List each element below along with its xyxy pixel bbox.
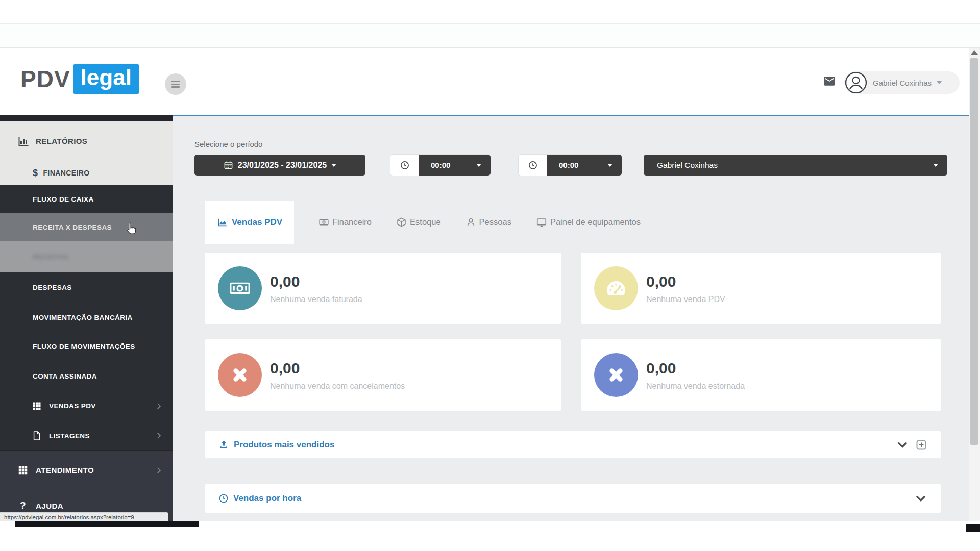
kpi-card-estornada: 0,00 Nenhuma venda estornada <box>581 339 941 411</box>
sidebar-item-receita-x-despesas[interactable]: RECEITA X DESPESAS <box>0 213 173 241</box>
grid-icon <box>32 401 42 411</box>
hamburger-icon <box>172 81 180 82</box>
sidebar-item-label: MOVIMENTAÇÃO BANCÁRIA <box>33 314 133 321</box>
chevron-down-icon[interactable] <box>914 492 927 505</box>
browser-toolbar: pdvlegal.com.br G <box>0 23 980 48</box>
screenshot-artifact <box>15 521 199 527</box>
sidebar-item-label: RECEITAS <box>33 253 68 261</box>
date-range-select[interactable]: 23/01/2025 - 23/01/2025 <box>194 155 365 176</box>
tab-estoque[interactable]: Estoque <box>396 217 441 228</box>
time-start-value: 00:00 <box>431 161 450 169</box>
mouse-cursor-hand <box>124 222 137 236</box>
chevron-down-icon <box>476 164 481 167</box>
clock-icon <box>390 155 419 176</box>
sidebar-item-receitas-faded[interactable]: RECEITAS <box>0 241 173 272</box>
user-menu[interactable]: Gabriel Coxinhas <box>844 71 960 94</box>
tab-label: Estoque <box>410 217 441 227</box>
calendar-icon <box>224 160 233 170</box>
kpi-card-cancelamentos: 0,00 Nenhuma venda com cancelamentos <box>205 339 561 411</box>
kpi-value: 0,00 <box>270 273 362 290</box>
upload-icon <box>218 439 229 450</box>
scroll-up-icon[interactable] <box>971 50 978 55</box>
main-content: Selecione o período 23/01/2025 - 23/01/2… <box>173 116 969 521</box>
sidebar-item-atendimento[interactable]: ATENDIMENTO <box>0 450 173 489</box>
pdv-legal-logo: PDV legal <box>20 64 139 94</box>
sidebar-item-label: RELATÓRIOS <box>36 137 87 145</box>
kpi-value: 0,00 <box>270 360 405 377</box>
tab-vendas-pdv[interactable]: Vendas PDV <box>205 201 294 244</box>
person-icon <box>465 217 476 228</box>
dollar-icon: $ <box>33 168 38 179</box>
screenshot-artifact <box>966 524 980 532</box>
kpi-cards: 0,00 Nenhuma venda faturada 0,00 Nenhuma… <box>205 253 941 411</box>
chevron-right-icon <box>154 431 163 440</box>
add-icon[interactable] <box>915 439 927 451</box>
scrollbar-thumb[interactable] <box>970 58 978 445</box>
grid-icon <box>17 465 29 476</box>
tab-financeiro[interactable]: Financeiro <box>318 217 372 228</box>
kpi-caption: Nenhuma venda faturada <box>270 295 362 304</box>
sidebar-item-conta-assinada[interactable]: CONTA ASSINADA <box>0 361 173 391</box>
clock-icon <box>519 155 547 176</box>
time-end-select[interactable]: 00:00 <box>519 155 622 176</box>
sidebar-item-despesas[interactable]: DESPESAS <box>0 272 173 303</box>
chevron-down-icon <box>331 164 336 167</box>
chevron-down-icon[interactable] <box>896 438 909 452</box>
kpi-caption: Nenhuma venda PDV <box>646 295 725 304</box>
sidebar-item-vendas-pdv[interactable]: VENDAS PDV <box>0 391 173 421</box>
sidebar-item-label: AJUDA <box>36 502 63 510</box>
sidebar-item-fluxo-de-movimentacoes[interactable]: FLUXO DE MOVIMENTAÇÕES <box>0 332 173 361</box>
chevron-down-icon <box>607 164 612 167</box>
date-range-value: 23/01/2025 - 23/01/2025 <box>238 161 327 170</box>
user-name: Gabriel Coxinhas <box>873 79 932 87</box>
page-scrollbar[interactable] <box>969 48 980 521</box>
chevron-right-icon <box>154 402 163 411</box>
sidebar-item-financeiro[interactable]: $ FINANCEIRO <box>0 161 173 185</box>
gauge-icon <box>594 266 638 310</box>
monitor-icon <box>536 217 547 228</box>
sidebar-item-label: FINANCEIRO <box>43 169 89 177</box>
panel-produtos-mais-vendidos[interactable]: Produtos mais vendidos <box>205 431 941 458</box>
sidebar-item-relatorios[interactable]: RELATÓRIOS <box>0 121 173 161</box>
banknote-icon <box>218 266 262 310</box>
panel-title: Vendas por hora <box>233 493 301 504</box>
sidebar-item-movimentacao-bancaria[interactable]: MOVIMENTAÇÃO BANCÁRIA <box>0 303 173 332</box>
time-start-select[interactable]: 00:00 <box>390 155 491 176</box>
dashboard-tabs: Vendas PDV Financeiro Estoque Pessoas <box>205 201 641 244</box>
document-icon <box>32 431 42 441</box>
period-label: Selecione o período <box>194 140 262 148</box>
sidebar-toggle-button[interactable] <box>165 73 186 95</box>
kpi-caption: Nenhuma venda estornada <box>646 382 745 391</box>
x-icon <box>594 353 638 397</box>
tab-label: Painel de equipamentos <box>550 217 641 227</box>
sidebar-item-label: ATENDIMENTO <box>36 466 94 474</box>
operator-value: Gabriel Coxinhas <box>657 161 718 170</box>
tab-pessoas[interactable]: Pessoas <box>465 217 511 228</box>
sidebar-item-fluxo-de-caixa[interactable]: FLUXO DE CAIXA <box>0 185 173 213</box>
sidebar-item-listagens[interactable]: LISTAGENS <box>0 421 173 450</box>
mail-icon[interactable] <box>822 74 837 88</box>
tab-label: Financeiro <box>332 217 372 227</box>
operator-select[interactable]: Gabriel Coxinhas <box>644 155 947 176</box>
logo-text-legal: legal <box>74 64 139 94</box>
tab-painel-de-equipamentos[interactable]: Painel de equipamentos <box>536 217 641 228</box>
sidebar-item-label: FLUXO DE CAIXA <box>33 195 94 203</box>
kpi-caption: Nenhuma venda com cancelamentos <box>270 382 405 391</box>
sidebar-item-label: VENDAS PDV <box>49 402 96 410</box>
status-link: https://pdvlegal.com.br/relatorios.aspx?… <box>4 514 134 520</box>
status-bar: https://pdvlegal.com.br/relatorios.aspx?… <box>0 512 168 521</box>
logo-text-pdv: PDV <box>20 65 70 93</box>
bar-chart-icon <box>17 135 30 147</box>
question-mark-icon: ? <box>17 500 29 511</box>
panel-vendas-por-hora[interactable]: Vendas por hora <box>205 484 941 513</box>
chevron-right-icon <box>154 466 163 475</box>
panel-title: Produtos mais vendidos <box>234 440 334 450</box>
sidebar-item-label: LISTAGENS <box>49 432 90 440</box>
kpi-value: 0,00 <box>646 360 745 377</box>
kpi-value: 0,00 <box>646 273 725 290</box>
user-avatar-icon <box>844 71 868 94</box>
tab-label: Vendas PDV <box>232 217 282 228</box>
area-chart-icon <box>217 217 228 228</box>
time-end-value: 00:00 <box>559 161 578 169</box>
sidebar-item-label: RECEITA X DESPESAS <box>33 223 112 231</box>
